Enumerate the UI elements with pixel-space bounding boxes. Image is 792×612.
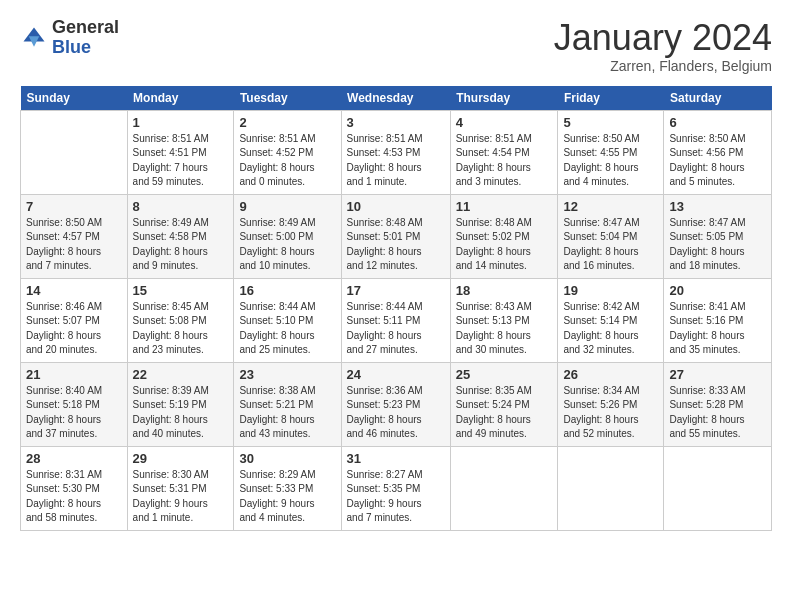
- calendar-cell: 4Sunrise: 8:51 AM Sunset: 4:54 PM Daylig…: [450, 110, 558, 194]
- day-info: Sunrise: 8:51 AM Sunset: 4:53 PM Dayligh…: [347, 132, 445, 190]
- day-info: Sunrise: 8:29 AM Sunset: 5:33 PM Dayligh…: [239, 468, 335, 526]
- calendar-cell: 20Sunrise: 8:41 AM Sunset: 5:16 PM Dayli…: [664, 278, 772, 362]
- day-number: 14: [26, 283, 122, 298]
- day-number: 18: [456, 283, 553, 298]
- day-info: Sunrise: 8:31 AM Sunset: 5:30 PM Dayligh…: [26, 468, 122, 526]
- calendar-cell: 17Sunrise: 8:44 AM Sunset: 5:11 PM Dayli…: [341, 278, 450, 362]
- calendar-cell: [21, 110, 128, 194]
- day-info: Sunrise: 8:51 AM Sunset: 4:54 PM Dayligh…: [456, 132, 553, 190]
- day-number: 7: [26, 199, 122, 214]
- calendar-cell: 16Sunrise: 8:44 AM Sunset: 5:10 PM Dayli…: [234, 278, 341, 362]
- calendar-cell: [664, 446, 772, 530]
- day-info: Sunrise: 8:47 AM Sunset: 5:04 PM Dayligh…: [563, 216, 658, 274]
- day-number: 10: [347, 199, 445, 214]
- weekday-header-wednesday: Wednesday: [341, 86, 450, 111]
- calendar-cell: 23Sunrise: 8:38 AM Sunset: 5:21 PM Dayli…: [234, 362, 341, 446]
- calendar-cell: 30Sunrise: 8:29 AM Sunset: 5:33 PM Dayli…: [234, 446, 341, 530]
- calendar-cell: 27Sunrise: 8:33 AM Sunset: 5:28 PM Dayli…: [664, 362, 772, 446]
- day-info: Sunrise: 8:48 AM Sunset: 5:02 PM Dayligh…: [456, 216, 553, 274]
- day-info: Sunrise: 8:45 AM Sunset: 5:08 PM Dayligh…: [133, 300, 229, 358]
- calendar-cell: 26Sunrise: 8:34 AM Sunset: 5:26 PM Dayli…: [558, 362, 664, 446]
- calendar-cell: 2Sunrise: 8:51 AM Sunset: 4:52 PM Daylig…: [234, 110, 341, 194]
- calendar-week-1: 1Sunrise: 8:51 AM Sunset: 4:51 PM Daylig…: [21, 110, 772, 194]
- calendar-cell: 13Sunrise: 8:47 AM Sunset: 5:05 PM Dayli…: [664, 194, 772, 278]
- day-number: 31: [347, 451, 445, 466]
- day-info: Sunrise: 8:44 AM Sunset: 5:11 PM Dayligh…: [347, 300, 445, 358]
- day-number: 9: [239, 199, 335, 214]
- day-info: Sunrise: 8:36 AM Sunset: 5:23 PM Dayligh…: [347, 384, 445, 442]
- month-title: January 2024: [554, 18, 772, 58]
- day-number: 22: [133, 367, 229, 382]
- calendar-cell: 22Sunrise: 8:39 AM Sunset: 5:19 PM Dayli…: [127, 362, 234, 446]
- calendar-cell: 25Sunrise: 8:35 AM Sunset: 5:24 PM Dayli…: [450, 362, 558, 446]
- day-info: Sunrise: 8:35 AM Sunset: 5:24 PM Dayligh…: [456, 384, 553, 442]
- logo-icon: [20, 24, 48, 52]
- day-number: 17: [347, 283, 445, 298]
- day-info: Sunrise: 8:38 AM Sunset: 5:21 PM Dayligh…: [239, 384, 335, 442]
- day-number: 1: [133, 115, 229, 130]
- location-subtitle: Zarren, Flanders, Belgium: [554, 58, 772, 74]
- calendar-cell: 19Sunrise: 8:42 AM Sunset: 5:14 PM Dayli…: [558, 278, 664, 362]
- day-number: 30: [239, 451, 335, 466]
- day-info: Sunrise: 8:47 AM Sunset: 5:05 PM Dayligh…: [669, 216, 766, 274]
- calendar-header: SundayMondayTuesdayWednesdayThursdayFrid…: [21, 86, 772, 111]
- day-info: Sunrise: 8:41 AM Sunset: 5:16 PM Dayligh…: [669, 300, 766, 358]
- day-info: Sunrise: 8:48 AM Sunset: 5:01 PM Dayligh…: [347, 216, 445, 274]
- day-info: Sunrise: 8:27 AM Sunset: 5:35 PM Dayligh…: [347, 468, 445, 526]
- calendar-cell: 29Sunrise: 8:30 AM Sunset: 5:31 PM Dayli…: [127, 446, 234, 530]
- calendar-cell: 7Sunrise: 8:50 AM Sunset: 4:57 PM Daylig…: [21, 194, 128, 278]
- weekday-header-sunday: Sunday: [21, 86, 128, 111]
- day-number: 19: [563, 283, 658, 298]
- day-info: Sunrise: 8:33 AM Sunset: 5:28 PM Dayligh…: [669, 384, 766, 442]
- day-info: Sunrise: 8:43 AM Sunset: 5:13 PM Dayligh…: [456, 300, 553, 358]
- logo-general: General: [52, 17, 119, 37]
- day-info: Sunrise: 8:46 AM Sunset: 5:07 PM Dayligh…: [26, 300, 122, 358]
- weekday-header-tuesday: Tuesday: [234, 86, 341, 111]
- day-number: 2: [239, 115, 335, 130]
- calendar-table: SundayMondayTuesdayWednesdayThursdayFrid…: [20, 86, 772, 531]
- calendar-cell: 28Sunrise: 8:31 AM Sunset: 5:30 PM Dayli…: [21, 446, 128, 530]
- calendar-cell: 1Sunrise: 8:51 AM Sunset: 4:51 PM Daylig…: [127, 110, 234, 194]
- calendar-week-2: 7Sunrise: 8:50 AM Sunset: 4:57 PM Daylig…: [21, 194, 772, 278]
- day-number: 11: [456, 199, 553, 214]
- logo-text: General Blue: [52, 18, 119, 58]
- calendar-cell: 11Sunrise: 8:48 AM Sunset: 5:02 PM Dayli…: [450, 194, 558, 278]
- day-number: 15: [133, 283, 229, 298]
- calendar-cell: [450, 446, 558, 530]
- calendar-cell: 8Sunrise: 8:49 AM Sunset: 4:58 PM Daylig…: [127, 194, 234, 278]
- day-number: 6: [669, 115, 766, 130]
- day-info: Sunrise: 8:34 AM Sunset: 5:26 PM Dayligh…: [563, 384, 658, 442]
- calendar-cell: 12Sunrise: 8:47 AM Sunset: 5:04 PM Dayli…: [558, 194, 664, 278]
- day-number: 28: [26, 451, 122, 466]
- day-info: Sunrise: 8:30 AM Sunset: 5:31 PM Dayligh…: [133, 468, 229, 526]
- day-number: 20: [669, 283, 766, 298]
- day-number: 13: [669, 199, 766, 214]
- calendar-cell: 15Sunrise: 8:45 AM Sunset: 5:08 PM Dayli…: [127, 278, 234, 362]
- page-header: General Blue January 2024 Zarren, Flande…: [20, 18, 772, 74]
- day-info: Sunrise: 8:50 AM Sunset: 4:57 PM Dayligh…: [26, 216, 122, 274]
- day-number: 5: [563, 115, 658, 130]
- day-info: Sunrise: 8:39 AM Sunset: 5:19 PM Dayligh…: [133, 384, 229, 442]
- logo: General Blue: [20, 18, 119, 58]
- title-block: January 2024 Zarren, Flanders, Belgium: [554, 18, 772, 74]
- day-number: 26: [563, 367, 658, 382]
- day-info: Sunrise: 8:50 AM Sunset: 4:55 PM Dayligh…: [563, 132, 658, 190]
- calendar-week-4: 21Sunrise: 8:40 AM Sunset: 5:18 PM Dayli…: [21, 362, 772, 446]
- calendar-cell: 3Sunrise: 8:51 AM Sunset: 4:53 PM Daylig…: [341, 110, 450, 194]
- calendar-cell: 14Sunrise: 8:46 AM Sunset: 5:07 PM Dayli…: [21, 278, 128, 362]
- day-number: 12: [563, 199, 658, 214]
- day-number: 24: [347, 367, 445, 382]
- logo-blue: Blue: [52, 37, 91, 57]
- calendar-body: 1Sunrise: 8:51 AM Sunset: 4:51 PM Daylig…: [21, 110, 772, 530]
- weekday-header-row: SundayMondayTuesdayWednesdayThursdayFrid…: [21, 86, 772, 111]
- calendar-week-3: 14Sunrise: 8:46 AM Sunset: 5:07 PM Dayli…: [21, 278, 772, 362]
- day-info: Sunrise: 8:44 AM Sunset: 5:10 PM Dayligh…: [239, 300, 335, 358]
- day-number: 21: [26, 367, 122, 382]
- calendar-cell: 10Sunrise: 8:48 AM Sunset: 5:01 PM Dayli…: [341, 194, 450, 278]
- weekday-header-monday: Monday: [127, 86, 234, 111]
- day-info: Sunrise: 8:42 AM Sunset: 5:14 PM Dayligh…: [563, 300, 658, 358]
- day-info: Sunrise: 8:50 AM Sunset: 4:56 PM Dayligh…: [669, 132, 766, 190]
- day-number: 3: [347, 115, 445, 130]
- day-number: 4: [456, 115, 553, 130]
- calendar-cell: 6Sunrise: 8:50 AM Sunset: 4:56 PM Daylig…: [664, 110, 772, 194]
